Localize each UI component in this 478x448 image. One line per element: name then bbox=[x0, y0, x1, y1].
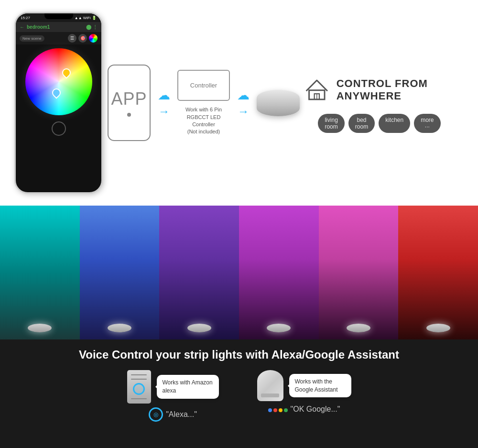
color-icon[interactable] bbox=[89, 34, 98, 43]
room-tags: livingroom bedroom kitchen more··· bbox=[318, 114, 440, 133]
color-bar-purple bbox=[159, 206, 239, 339]
controller-desc: Work with 6 PinRGBCCT LED Controller(Not… bbox=[177, 106, 230, 136]
google-item: Works with the Google Assistant "OK Goog… bbox=[257, 370, 351, 414]
pin-2 bbox=[50, 87, 62, 98]
phone-header: ← bedroom1 ⬤ ⋮ bbox=[16, 22, 101, 32]
top-section: 15:27 ▲▲ WiFi 🔋 ← bedroom1 ⬤ ⋮ New scene… bbox=[0, 0, 478, 206]
app-label: APP bbox=[111, 89, 147, 109]
control-title: CONTROL FROM ANYWHERE bbox=[337, 77, 454, 102]
color-bar-blue bbox=[80, 206, 160, 339]
voice-title: Voice Control your strip lights with Ale… bbox=[14, 348, 464, 361]
fixture-5 bbox=[347, 324, 370, 332]
color-bar-pink bbox=[319, 206, 399, 339]
alexa-item: Works with Amazon alexa ◎ "Alexa..." bbox=[127, 370, 219, 422]
arrow-2: → bbox=[238, 105, 249, 118]
flow-row: APP ☁ → Controller Work with 6 PinRGBCCT… bbox=[108, 65, 300, 141]
alexa-device bbox=[127, 370, 151, 404]
room-tag-kitchen[interactable]: kitchen bbox=[379, 114, 410, 133]
fixture-2 bbox=[108, 324, 131, 332]
room-name: bedroom1 bbox=[27, 24, 50, 30]
cloud-icon-2: ☁ bbox=[237, 88, 250, 103]
room-tag-living[interactable]: livingroom bbox=[318, 114, 344, 133]
phone-controls: New scene ☰ 🎯 bbox=[16, 32, 101, 44]
alexa-badge: Works with Amazon alexa bbox=[157, 375, 219, 399]
alexa-line-1 bbox=[131, 374, 147, 375]
toggle-icon: ⬤ ⋮ bbox=[86, 24, 98, 30]
color-bar-violet bbox=[239, 206, 319, 339]
google-prompt: "OK Google..." bbox=[268, 405, 340, 414]
room-tag-bedroom[interactable]: bedroom bbox=[348, 114, 375, 133]
phone-bottom bbox=[16, 119, 101, 138]
wheel-icon[interactable]: 🎯 bbox=[78, 34, 87, 43]
alexa-prompt: ◎ "Alexa..." bbox=[149, 407, 197, 422]
app-phone-outline: APP bbox=[108, 65, 151, 141]
cloud-icon-1: ☁ bbox=[158, 88, 170, 103]
alexa-line-2 bbox=[131, 379, 147, 380]
control-section: CONTROL FROM ANYWHERE livingroom bedroom… bbox=[304, 73, 464, 133]
fixture-6 bbox=[426, 324, 450, 332]
alexa-ring bbox=[133, 383, 145, 395]
alexa-line-3 bbox=[131, 398, 147, 399]
controller-box: Controller bbox=[177, 70, 230, 101]
home-button[interactable] bbox=[52, 121, 66, 136]
alexa-prompt-text: "Alexa..." bbox=[166, 410, 197, 419]
house-icon bbox=[304, 73, 329, 107]
list-icon[interactable]: ☰ bbox=[68, 34, 76, 43]
gdot-green bbox=[284, 408, 288, 412]
gdot-yellow bbox=[279, 408, 282, 412]
fixture-4 bbox=[267, 324, 291, 332]
assistant-row: Works with Amazon alexa ◎ "Alexa..." bbox=[14, 370, 464, 422]
color-wheel-area bbox=[16, 44, 101, 119]
controller-label: Controller bbox=[190, 82, 217, 89]
pin-1 bbox=[60, 66, 72, 78]
alexa-top: Works with Amazon alexa bbox=[127, 370, 219, 404]
time-label: 15:27 bbox=[21, 16, 30, 20]
app-flow: APP ☁ → Controller Work with 6 PinRGBCCT… bbox=[103, 65, 304, 141]
room-tag-more[interactable]: more··· bbox=[414, 114, 440, 133]
new-scene-btn[interactable]: New scene bbox=[20, 35, 44, 42]
gdot-red bbox=[273, 408, 277, 412]
signal-icons: ▲▲ WiFi 🔋 bbox=[75, 16, 97, 20]
color-section bbox=[0, 206, 478, 339]
bottom-section: Voice Control your strip lights with Ale… bbox=[0, 339, 478, 448]
alexa-logo-icon: ◎ bbox=[149, 407, 163, 422]
arrow-1: → bbox=[158, 105, 170, 118]
color-bar-red bbox=[398, 206, 478, 339]
fixture-1 bbox=[28, 324, 52, 332]
google-logo-icon bbox=[268, 408, 288, 412]
phone-mockup: 15:27 ▲▲ WiFi 🔋 ← bedroom1 ⬤ ⋮ New scene… bbox=[14, 12, 103, 194]
color-wheel[interactable] bbox=[25, 48, 92, 115]
google-base bbox=[261, 393, 279, 397]
google-device-wrapper bbox=[257, 370, 283, 401]
google-device bbox=[257, 370, 283, 401]
control-header: CONTROL FROM ANYWHERE bbox=[304, 73, 454, 107]
gdot-blue bbox=[268, 408, 272, 412]
phone-notch bbox=[44, 13, 73, 19]
fixture-3 bbox=[187, 324, 211, 332]
light-device bbox=[257, 90, 300, 116]
google-badge: Works with the Google Assistant bbox=[289, 374, 351, 398]
google-top: Works with the Google Assistant bbox=[257, 370, 351, 401]
home-dot bbox=[127, 113, 131, 117]
back-icon: ← bbox=[20, 24, 24, 30]
color-bar-cyan bbox=[0, 206, 80, 339]
google-prompt-text: "OK Google..." bbox=[291, 405, 340, 414]
